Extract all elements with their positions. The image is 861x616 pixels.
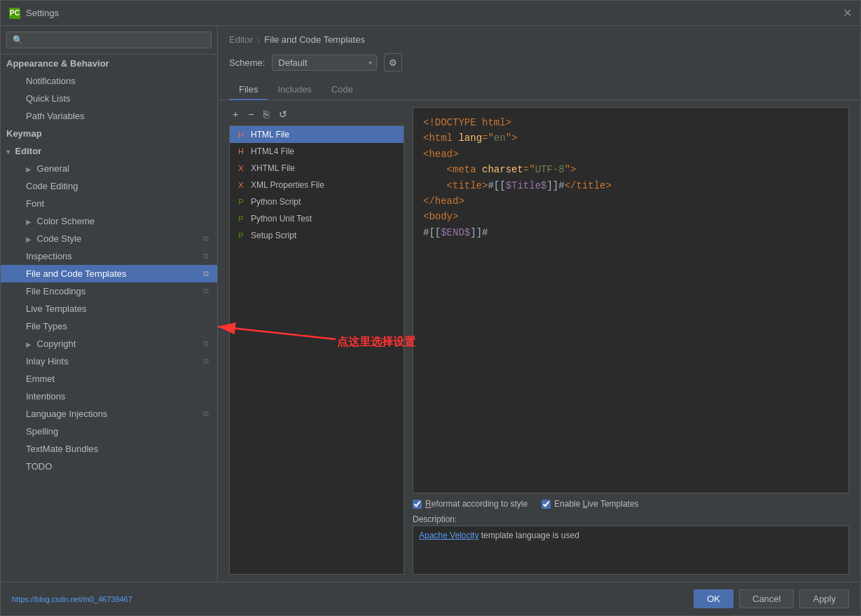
code-editor[interactable]: <!DOCTYPE html> <html lang="en"> <head> …: [413, 107, 849, 493]
file-item-html4[interactable]: H HTML4 File: [230, 143, 404, 160]
live-templates-checkbox[interactable]: [542, 500, 551, 509]
py-file-icon: P: [235, 196, 247, 207]
sidebar-item-notifications[interactable]: Notifications: [1, 72, 217, 90]
setup-file-icon: P: [235, 230, 247, 241]
sidebar-item-path-variables[interactable]: Path Variables: [1, 107, 217, 125]
code-line-6: </head>: [423, 193, 839, 209]
xhtml-file-icon: X: [235, 163, 247, 174]
description-rest: template language is used: [478, 531, 579, 540]
main-content: Editor › File and Code Templates Scheme:…: [218, 26, 860, 582]
sidebar-item-editor[interactable]: ▾ Editor: [1, 142, 217, 160]
options-row: Reformat according to style Enable Live …: [413, 493, 849, 512]
copy-icon: ⧉: [203, 252, 209, 261]
sidebar-item-font[interactable]: Font: [1, 195, 217, 212]
apply-button[interactable]: Apply: [799, 589, 849, 608]
sidebar: Appearance & Behavior Notifications Quic…: [1, 26, 218, 582]
code-line-5: <title>#[[$Title$]]#</title>: [423, 178, 839, 193]
reset-button[interactable]: ↺: [275, 107, 291, 121]
tab-includes[interactable]: Includes: [268, 80, 321, 100]
file-item-xml-props[interactable]: X XML Properties File: [230, 177, 404, 193]
code-line-1: <!DOCTYPE html>: [423, 115, 839, 130]
file-list-panel: + − ⎘ ↺ H HTML File H HTML4 File: [229, 107, 404, 575]
settings-dialog: PC Settings ✕ Appearance & Behavior Noti…: [0, 0, 861, 616]
py-test-icon: P: [235, 213, 247, 224]
file-item-label: HTML4 File: [251, 146, 294, 156]
sidebar-item-file-encodings[interactable]: File Encodings ⧉: [1, 282, 217, 300]
tabs-row: Files Includes Code: [218, 80, 860, 100]
file-item-python-unit-test[interactable]: P Python Unit Test: [230, 210, 404, 227]
ok-button[interactable]: OK: [694, 589, 733, 608]
xml-file-icon: X: [235, 179, 247, 191]
dialog-title: Settings: [26, 8, 59, 18]
file-item-xhtml[interactable]: X XHTML File: [230, 160, 404, 177]
reformat-checkbox-item[interactable]: Reformat according to style: [413, 499, 528, 509]
copy-button[interactable]: ⎘: [260, 107, 273, 121]
footer-url: https://blog.csdn.net/m0_46738467: [12, 595, 132, 603]
code-line-2: <html lang="en">: [423, 130, 839, 146]
sidebar-item-appearance[interactable]: Appearance & Behavior: [1, 55, 217, 72]
sidebar-item-color-scheme[interactable]: ▶ Color Scheme: [1, 212, 217, 230]
sidebar-item-todo[interactable]: TODO: [1, 458, 217, 475]
sidebar-item-textmate[interactable]: TextMate Bundles: [1, 440, 217, 458]
close-button[interactable]: ✕: [843, 6, 852, 20]
breadcrumb-separator: ›: [257, 34, 260, 45]
sidebar-item-spelling[interactable]: Spelling: [1, 423, 217, 440]
description-label: Description:: [413, 512, 849, 526]
title-bar: PC Settings ✕: [1, 1, 860, 26]
breadcrumb-parent: Editor: [229, 34, 253, 45]
sidebar-item-code-editing[interactable]: Code Editing: [1, 177, 217, 195]
code-line-8: #[[$END$]]#: [423, 225, 839, 240]
dialog-footer: https://blog.csdn.net/m0_46738467 OK Can…: [1, 582, 860, 615]
content-area: + − ⎘ ↺ H HTML File H HTML4 File: [218, 100, 860, 582]
breadcrumb-current: File and Code Templates: [264, 34, 365, 45]
file-item-label: XHTML File: [251, 163, 295, 173]
copy-icon: ⧉: [203, 269, 209, 278]
code-line-3: <head>: [423, 146, 839, 162]
app-icon: PC: [9, 8, 20, 19]
sidebar-item-intentions[interactable]: Intentions: [1, 388, 217, 405]
sidebar-item-copyright[interactable]: ▶ Copyright ⧉: [1, 335, 217, 353]
search-input[interactable]: [6, 32, 212, 48]
dialog-body: Appearance & Behavior Notifications Quic…: [1, 26, 860, 582]
toolbar-row: + − ⎘ ↺: [229, 107, 404, 121]
scheme-select[interactable]: Default Project: [272, 55, 377, 71]
tab-code[interactable]: Code: [322, 80, 363, 100]
reformat-label: Reformat according to style: [425, 499, 528, 509]
tab-files[interactable]: Files: [229, 80, 268, 100]
sidebar-item-emmet[interactable]: Emmet: [1, 370, 217, 388]
scheme-row: Scheme: Default Project ▾ ⚙: [218, 50, 860, 80]
file-item-html[interactable]: H HTML File: [230, 126, 404, 143]
sidebar-item-quick-lists[interactable]: Quick Lists: [1, 90, 217, 107]
sidebar-item-general[interactable]: ▶ General: [1, 160, 217, 177]
gear-button[interactable]: ⚙: [384, 53, 402, 71]
sidebar-item-inlay-hints[interactable]: Inlay Hints ⧉: [1, 353, 217, 370]
live-templates-checkbox-item[interactable]: Enable Live Templates: [542, 499, 639, 509]
sidebar-item-live-templates[interactable]: Live Templates: [1, 300, 217, 317]
remove-button[interactable]: −: [244, 107, 257, 121]
file-item-python-script[interactable]: P Python Script: [230, 193, 404, 210]
copy-icon: ⧉: [203, 409, 209, 418]
search-box: [1, 26, 217, 55]
live-templates-label: Enable Live Templates: [554, 499, 639, 509]
copy-icon: ⧉: [203, 234, 209, 243]
apache-velocity-link[interactable]: Apache Velocity: [419, 531, 478, 540]
sidebar-item-inspections[interactable]: Inspections ⧉: [1, 247, 217, 265]
sidebar-item-language-injections[interactable]: Language Injections ⧉: [1, 405, 217, 423]
scheme-select-wrapper: Default Project ▾: [272, 55, 377, 71]
file-item-label: Python Unit Test: [251, 214, 312, 224]
sidebar-item-file-types[interactable]: File Types: [1, 317, 217, 335]
file-item-setup-script[interactable]: P Setup Script: [230, 227, 404, 244]
breadcrumb: Editor › File and Code Templates: [218, 26, 860, 50]
file-item-label: HTML File: [251, 130, 289, 139]
cancel-button[interactable]: Cancel: [739, 589, 794, 608]
sidebar-item-file-and-code-templates[interactable]: File and Code Templates ⧉: [1, 265, 217, 282]
html4-file-icon: H: [235, 146, 247, 157]
sidebar-item-keymap[interactable]: Keymap: [1, 125, 217, 142]
file-item-label: Setup Script: [251, 231, 296, 240]
sidebar-item-code-style[interactable]: ▶ Code Style ⧉: [1, 230, 217, 247]
add-button[interactable]: +: [229, 107, 242, 121]
reformat-checkbox[interactable]: [413, 500, 422, 509]
file-item-label: Python Script: [251, 197, 301, 207]
file-list: H HTML File H HTML4 File X XHTML File: [229, 125, 404, 575]
copy-icon: ⧉: [203, 287, 209, 296]
